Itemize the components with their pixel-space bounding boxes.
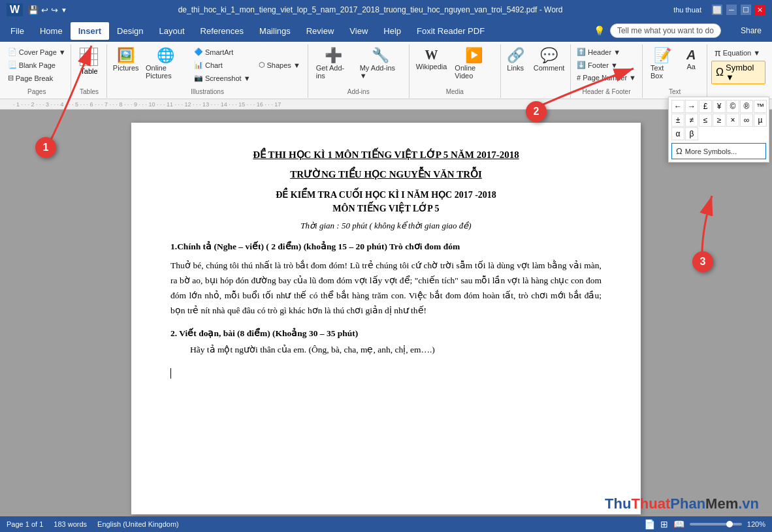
lightbulb-icon: 💡 bbox=[594, 25, 605, 36]
symbol-cell-tm[interactable]: ™ bbox=[754, 100, 767, 113]
wordart-button[interactable]: A Aa bbox=[679, 46, 703, 73]
watermark-phan: Phan bbox=[670, 495, 705, 512]
menu-references[interactable]: References bbox=[193, 22, 251, 40]
symbol-cell-right-arrow[interactable]: → bbox=[685, 100, 698, 113]
undo-icon[interactable]: ↩ bbox=[41, 5, 48, 15]
blank-page-button[interactable]: 📃 Blank Page bbox=[5, 59, 69, 71]
online-video-icon: ▶️ bbox=[465, 48, 483, 63]
menu-foxit[interactable]: Foxit Reader PDF bbox=[409, 22, 492, 40]
shapes-col: ⬡ Shapes ▼ bbox=[255, 46, 304, 71]
quick-access-dropdown[interactable]: ▼ bbox=[61, 7, 67, 14]
tables-content: Table bbox=[74, 46, 103, 88]
more-symbols-button[interactable]: Ω More Symbols... bbox=[671, 143, 766, 159]
symbol-cell-times[interactable]: × bbox=[726, 114, 739, 127]
tell-me-box[interactable]: Tell me what you want to do bbox=[610, 23, 721, 38]
share-button[interactable]: Share bbox=[733, 23, 769, 38]
symbol-cell-yen[interactable]: ¥ bbox=[713, 100, 726, 113]
table-button[interactable]: Table bbox=[74, 46, 103, 77]
symbol-cell-copyright[interactable]: © bbox=[726, 100, 739, 113]
menu-home[interactable]: Home bbox=[32, 22, 71, 40]
screenshot-icon: 📷 bbox=[194, 74, 203, 82]
online-pictures-button[interactable]: 🌐 Online Pictures bbox=[142, 46, 189, 82]
text-label: Text bbox=[669, 88, 681, 97]
get-addins-button[interactable]: ➕ Get Add-ins bbox=[312, 46, 355, 82]
save-icon[interactable]: 💾 bbox=[28, 5, 39, 15]
symbol-cell-notequal[interactable]: ≠ bbox=[685, 114, 698, 127]
wordart-icon: A bbox=[686, 48, 696, 61]
account-name: thu thuat bbox=[673, 6, 701, 14]
cover-page-button[interactable]: 📄 Cover Page ▼ bbox=[5, 46, 69, 58]
symbol-cell-mu[interactable]: µ bbox=[754, 114, 767, 127]
header-button[interactable]: ⬆️ Header ▼ bbox=[573, 46, 639, 58]
links-button[interactable]: 🔗 Links bbox=[503, 46, 528, 74]
symbol-cell-plusminus[interactable]: ± bbox=[671, 114, 684, 127]
annotation-2: 2 bbox=[526, 101, 547, 122]
document-page[interactable]: ĐỀ THI HỌC KÌ 1 MÔN TIẾNG VIỆT LỚP 5 NĂM… bbox=[131, 123, 641, 514]
textbox-button[interactable]: 📝 Text Box bbox=[647, 46, 678, 82]
pictures-button[interactable]: 🖼️ Pictures bbox=[111, 46, 140, 74]
shapes-button[interactable]: ⬡ Shapes ▼ bbox=[255, 59, 304, 71]
illustrations-label: Illustrations bbox=[191, 88, 224, 97]
page-break-button[interactable]: ⊟ Page Break bbox=[5, 72, 69, 84]
menu-bar: File Home Insert Design Layout Reference… bbox=[0, 20, 772, 42]
symbol-cell-beta[interactable]: β bbox=[685, 127, 698, 140]
symbol-button[interactable]: Ω Symbol ▼ bbox=[711, 61, 765, 84]
table-label: Table bbox=[80, 67, 97, 75]
minimize-button[interactable]: ─ bbox=[726, 5, 737, 15]
screenshot-button[interactable]: 📷 Screenshot ▼ bbox=[191, 72, 254, 84]
ribbon-group-pages: 📄 Cover Page ▼ 📃 Blank Page ⊟ Page Break… bbox=[3, 44, 71, 98]
annotation-3: 3 bbox=[692, 251, 713, 272]
redo-icon[interactable]: ↪ bbox=[51, 5, 58, 15]
illustrations-col2: 🔷 SmartArt 📊 Chart 📷 Screenshot ▼ bbox=[191, 46, 254, 84]
restore-down-button[interactable]: ⬜ bbox=[712, 5, 722, 15]
view-web-icon[interactable]: ⊞ bbox=[660, 519, 668, 529]
zoom-slider[interactable] bbox=[690, 523, 742, 525]
zoom-thumb bbox=[726, 521, 733, 527]
smartart-icon: 🔷 bbox=[194, 48, 203, 56]
symbol-cell-alpha[interactable]: α bbox=[671, 127, 684, 140]
symbol-cell-registered[interactable]: ® bbox=[740, 100, 753, 113]
menu-mailings[interactable]: Mailings bbox=[251, 22, 298, 40]
shapes-icon: ⬡ bbox=[259, 61, 265, 69]
symbol-cell-leq[interactable]: ≤ bbox=[699, 114, 712, 127]
maximize-button[interactable]: ☐ bbox=[741, 5, 751, 15]
watermark-thu: Thu bbox=[605, 495, 631, 512]
menu-review[interactable]: Review bbox=[298, 22, 342, 40]
tables-label: Tables bbox=[80, 88, 99, 97]
smartart-button[interactable]: 🔷 SmartArt bbox=[191, 46, 254, 58]
page-wrapper: ĐỀ THI HỌC KÌ 1 MÔN TIẾNG VIỆT LỚP 5 NĂM… bbox=[0, 110, 772, 516]
ribbon-group-links: 🔗 Links 💬 Comment bbox=[501, 44, 571, 98]
menu-insert[interactable]: Insert bbox=[71, 22, 109, 40]
view-print-icon[interactable]: 📄 bbox=[644, 519, 655, 529]
symbol-cell-left-arrow[interactable]: ← bbox=[671, 100, 684, 113]
footer-button[interactable]: ⬇️ Footer ▼ bbox=[573, 59, 639, 71]
media-label: Media bbox=[446, 88, 464, 97]
menu-view[interactable]: View bbox=[342, 22, 376, 40]
online-video-button[interactable]: ▶️ Online Video bbox=[451, 46, 496, 82]
symbol-cell-pound[interactable]: £ bbox=[699, 100, 712, 113]
document-subtitle: TRƯỜNG TIỂU HỌC NGUYỄN VĂN TRỖI bbox=[170, 168, 602, 180]
chart-button[interactable]: 📊 Chart bbox=[191, 59, 254, 71]
addins-content: ➕ Get Add-ins 🔧 My Add-ins ▼ bbox=[312, 46, 405, 88]
links-content: 🔗 Links 💬 Comment bbox=[503, 46, 569, 95]
main-area: ĐỀ THI HỌC KÌ 1 MÔN TIẾNG VIỆT LỚP 5 NĂM… bbox=[0, 110, 772, 516]
symbol-cell-infinity[interactable]: ∞ bbox=[740, 114, 753, 127]
title-bar-left: W 💾 ↩ ↪ ▼ bbox=[7, 3, 67, 16]
menu-design[interactable]: Design bbox=[109, 22, 151, 40]
page-number-button[interactable]: # Page Number ▼ bbox=[573, 72, 639, 84]
close-button[interactable]: ✕ bbox=[755, 5, 765, 15]
symbol-cell-geq[interactable]: ≥ bbox=[713, 114, 726, 127]
symbols-col: π Equation ▼ Ω Symbol ▼ bbox=[711, 46, 765, 84]
document-q2-body: Hãy tả một người thân của em. (Ông, bà, … bbox=[170, 344, 602, 355]
title-bar: W 💾 ↩ ↪ ▼ de_thi_hoc_ki_1_mon_tieng_viet… bbox=[0, 0, 772, 20]
equation-button[interactable]: π Equation ▼ bbox=[711, 46, 765, 60]
pages-label: Pages bbox=[27, 88, 46, 97]
menu-file[interactable]: File bbox=[3, 22, 32, 40]
wikipedia-button[interactable]: W Wikipedia bbox=[413, 46, 450, 73]
menu-layout[interactable]: Layout bbox=[152, 22, 193, 40]
view-read-icon[interactable]: 📖 bbox=[673, 519, 684, 529]
my-addins-button[interactable]: 🔧 My Add-ins ▼ bbox=[356, 46, 405, 82]
menu-help[interactable]: Help bbox=[376, 22, 409, 40]
comment-button[interactable]: 💬 Comment bbox=[530, 46, 569, 74]
language: English (United Kingdom) bbox=[97, 520, 179, 528]
